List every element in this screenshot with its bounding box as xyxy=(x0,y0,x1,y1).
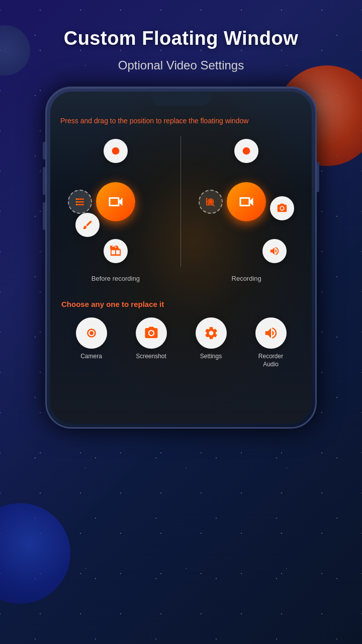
phone-notch xyxy=(151,92,211,106)
rec-audio-icon xyxy=(269,246,280,257)
before-recording-label: Before recording xyxy=(92,275,140,282)
before-brush-button[interactable] xyxy=(75,213,100,237)
main-title: Custom Floating Window xyxy=(64,28,299,49)
recorder-audio-icon xyxy=(263,326,279,341)
svg-rect-5 xyxy=(76,201,77,202)
floating-panels-area: Before recording xyxy=(50,129,312,275)
before-list-button[interactable] xyxy=(68,190,92,214)
recorder-audio-icon-circle[interactable] xyxy=(255,317,287,349)
camera-option: Camera xyxy=(76,317,107,368)
camera-icon-circle[interactable] xyxy=(76,317,107,349)
rec-camera-icon xyxy=(205,196,216,207)
page-wrapper: Custom Floating Window Optional Video Se… xyxy=(0,0,362,644)
svg-point-0 xyxy=(112,147,119,155)
recording-label: Recording xyxy=(232,275,261,282)
volume-button-3 xyxy=(43,202,45,230)
svg-point-11 xyxy=(90,332,93,335)
recorder-audio-label: RecorderAudio xyxy=(258,353,283,368)
screenshot-option: Screenshot xyxy=(136,317,167,368)
svg-rect-4 xyxy=(76,199,77,200)
phone-mockup: Press and drag to the position to replac… xyxy=(45,87,317,429)
before-main-button[interactable] xyxy=(96,182,135,221)
before-record-button[interactable] xyxy=(104,139,128,163)
before-recording-panel: Before recording xyxy=(65,136,166,267)
phone-screen: Press and drag to the position to replac… xyxy=(50,92,312,424)
video-camera-icon xyxy=(107,193,125,211)
settings-icon-circle[interactable] xyxy=(196,317,227,349)
choose-section: Choose any one to replace it xyxy=(50,275,312,378)
screenshot-label: Screenshot xyxy=(136,353,166,360)
settings-icon xyxy=(204,326,219,341)
rec-record-icon xyxy=(241,145,252,156)
rec-audio-button[interactable] xyxy=(262,239,287,263)
main-content: Custom Floating Window Optional Video Se… xyxy=(0,0,362,429)
settings-label: Settings xyxy=(200,353,222,360)
recorder-audio-option: RecorderAudio xyxy=(255,317,287,368)
camera-label: Camera xyxy=(80,353,102,360)
brush-icon xyxy=(82,219,93,230)
camera-icon xyxy=(84,326,99,341)
screenshot-icon-circle[interactable] xyxy=(136,317,167,349)
list-icon xyxy=(74,196,85,207)
record-icon xyxy=(110,145,121,156)
screenshot-icon xyxy=(144,326,159,341)
rec-photo-icon xyxy=(277,203,288,214)
rec-camera-button[interactable] xyxy=(199,190,223,214)
svg-point-7 xyxy=(243,147,250,155)
tools-icon xyxy=(110,246,121,257)
volume-button-2 xyxy=(43,167,45,195)
recording-panel: Recording xyxy=(196,136,297,267)
subtitle: Optional Video Settings xyxy=(118,58,244,72)
rec-screenshot-button[interactable] xyxy=(270,196,294,220)
svg-point-9 xyxy=(209,201,212,204)
rec-video-icon xyxy=(237,193,255,211)
screen-content-inner: Press and drag to the position to replac… xyxy=(50,92,312,379)
rec-record-button[interactable] xyxy=(234,139,258,163)
settings-option: Settings xyxy=(196,317,227,368)
instruction-text: Press and drag to the position to replac… xyxy=(50,109,312,126)
power-button xyxy=(317,162,319,192)
svg-rect-6 xyxy=(76,204,77,205)
rec-main-button[interactable] xyxy=(227,182,266,221)
bottom-icons-row: Camera Screenshot xyxy=(61,317,301,378)
volume-button-1 xyxy=(43,142,45,159)
panel-divider xyxy=(180,136,181,267)
choose-label: Choose any one to replace it xyxy=(61,300,301,308)
before-tools-button[interactable] xyxy=(104,239,128,263)
